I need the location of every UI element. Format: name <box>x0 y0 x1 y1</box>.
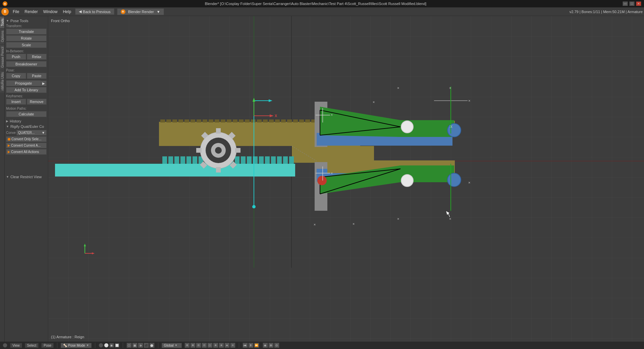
svg-rect-17 <box>227 119 231 122</box>
grid-icon-2[interactable]: ⊠ <box>190 343 196 348</box>
divider5 <box>239 343 239 348</box>
svg-rect-23 <box>263 119 268 122</box>
convert-current-label: Convert Current A... <box>11 144 41 147</box>
rigify-header[interactable]: ▼ Rigify Quat/Euler Co <box>6 124 47 129</box>
extra-icon-2[interactable]: ⊕ <box>268 343 274 348</box>
svg-point-98 <box>401 174 413 187</box>
svg-point-99 <box>447 173 461 187</box>
svg-rect-18 <box>233 119 237 122</box>
tools-panel: ▼ Pose Tools Transform: Translate Rotate… <box>5 16 48 342</box>
pose-button[interactable]: Pose <box>41 343 54 348</box>
view-button[interactable]: View <box>10 343 22 348</box>
breakdowner-button[interactable]: Breakdowner <box>6 61 47 67</box>
svg-text:×: × <box>397 86 399 90</box>
svg-rect-19 <box>239 119 244 122</box>
viewport-icon-2[interactable]: ⬜ <box>115 343 119 348</box>
viewport-icon-1[interactable]: ◉ <box>109 343 114 348</box>
calculate-button[interactable]: Calculate <box>6 111 47 117</box>
svg-rect-61 <box>283 156 288 164</box>
tab-nmore[interactable]: nMoRe Utils <box>0 70 4 92</box>
clear-restrict-area: ▼ Clear Restrict View <box>6 175 47 179</box>
scale-button[interactable]: Scale <box>6 42 47 48</box>
pose-tools-header[interactable]: ▼ Pose Tools <box>6 19 47 23</box>
pose-mode-button[interactable]: 🦴 Pose Mode ▼ <box>61 343 92 348</box>
info-bar: v2.79 | Bones:1/11 | Mem:50.21M | Armatu… <box>570 10 643 14</box>
global-dropdown[interactable]: Global ▼ <box>162 343 182 348</box>
svg-rect-58 <box>265 156 270 164</box>
history-header[interactable]: ▶ History <box>6 119 47 123</box>
clear-restrict-header[interactable]: ▼ Clear Restrict View <box>6 175 47 179</box>
icon-btn-1[interactable]: ⬡ <box>126 343 132 348</box>
svg-rect-28 <box>293 119 298 122</box>
push-button[interactable]: Push <box>6 54 26 60</box>
tab-tools[interactable]: Tools <box>0 16 4 28</box>
render-engine-label: Blender Render <box>128 10 154 14</box>
icon-btn-5[interactable]: ⬤ <box>149 343 155 348</box>
grid-icon-9[interactable]: ⊘ <box>230 343 235 348</box>
menu-help[interactable]: Help <box>60 9 74 15</box>
anim-icon-1[interactable]: ⏮ <box>243 343 248 348</box>
icon-btn-2[interactable]: ▦ <box>132 343 138 348</box>
grid-icon-5[interactable]: ◫ <box>207 343 213 348</box>
extra-icon-1[interactable]: ◈ <box>263 343 268 348</box>
pose-mode-label: Pose Mode <box>68 344 85 347</box>
relax-button[interactable]: Relax <box>27 54 47 60</box>
propagate-arrow-button[interactable]: ▶ <box>41 81 47 86</box>
menu-window[interactable]: Window <box>41 9 60 15</box>
status-sphere[interactable] <box>3 343 7 348</box>
pose-mode-icon: 🦴 <box>63 344 67 347</box>
quater-dropdown[interactable]: QUATER... ▼ <box>16 130 47 136</box>
pose-tools-label: Pose Tools <box>10 19 29 23</box>
paste-button[interactable]: Paste <box>27 73 47 79</box>
minimize-button[interactable]: — <box>623 1 628 6</box>
dot-shading-2[interactable] <box>104 343 109 348</box>
svg-rect-44 <box>180 156 185 164</box>
propagate-button[interactable]: Propagate <box>6 80 41 86</box>
render-engine-dropdown[interactable]: B Blender Render ▼ <box>117 8 164 15</box>
select-button[interactable]: Select <box>25 343 39 348</box>
armature-mode-label: (1) Armature : Reign <box>51 335 84 339</box>
remove-button[interactable]: Remove <box>27 99 47 105</box>
grid-icon-8[interactable]: ◈ <box>224 343 230 348</box>
svg-rect-39 <box>292 146 374 163</box>
rotate-button[interactable]: Rotate <box>6 35 47 41</box>
svg-rect-40 <box>55 164 295 177</box>
icon-btn-3[interactable]: ⬗ <box>138 343 143 348</box>
maximize-button[interactable]: □ <box>629 1 635 6</box>
grid-icon-7[interactable]: ⊗ <box>219 343 224 348</box>
svg-rect-53 <box>235 156 239 164</box>
dot-shading-1[interactable] <box>99 343 103 348</box>
menu-file[interactable]: File <box>10 9 22 15</box>
anim-icon-2[interactable]: ⏸ <box>248 343 254 348</box>
convert-current-action-button[interactable]: Convert Current A... <box>6 143 47 148</box>
extra-icon-3[interactable]: ⊙ <box>274 343 279 348</box>
menu-render[interactable]: Render <box>22 9 40 15</box>
tab-options[interactable]: Options <box>0 28 4 44</box>
svg-text:×: × <box>353 222 355 226</box>
copy-button[interactable]: Copy <box>6 73 26 79</box>
tab-grease-pencil[interactable]: Grease Pencil <box>0 44 4 70</box>
render-engine-icon: B <box>121 9 125 14</box>
grid-icon-4[interactable]: ⊡ <box>202 343 207 348</box>
grid-icon-3[interactable]: ⊟ <box>196 343 201 348</box>
clear-restrict-label: Clear Restrict View <box>10 175 42 179</box>
back-to-previous-button[interactable]: ◀ Back to Previous <box>75 8 114 15</box>
keyframes-label: Keyframes: <box>6 94 47 98</box>
svg-text:×: × <box>397 217 399 221</box>
pose-label: Pose: <box>6 68 47 72</box>
translate-button[interactable]: Translate <box>6 29 47 35</box>
convert-all-actions-button[interactable]: Convert All Actions <box>6 149 47 155</box>
grid-icon-1[interactable]: ⊞ <box>184 343 190 348</box>
grid-icon-6[interactable]: ⊕ <box>213 343 218 348</box>
icon-btn-4[interactable]: ⬛ <box>144 343 149 348</box>
svg-rect-8 <box>172 119 177 122</box>
pose-tools-arrow: ▼ <box>6 19 9 22</box>
grid-icons: ⊞ ⊠ ⊟ ⊡ ◫ ⊕ ⊗ ◈ ⊘ <box>184 343 235 348</box>
add-to-library-button[interactable]: Add To Library <box>6 87 47 93</box>
anim-icon-3[interactable]: ⏩ <box>254 343 259 348</box>
insert-button[interactable]: Insert <box>6 99 26 105</box>
convert-only-selected-button[interactable]: Convert Only Sele... <box>6 136 47 142</box>
svg-text:×: × <box>314 222 316 227</box>
viewport[interactable]: Front Ortho <box>48 16 644 342</box>
close-button[interactable]: ✕ <box>636 1 641 6</box>
